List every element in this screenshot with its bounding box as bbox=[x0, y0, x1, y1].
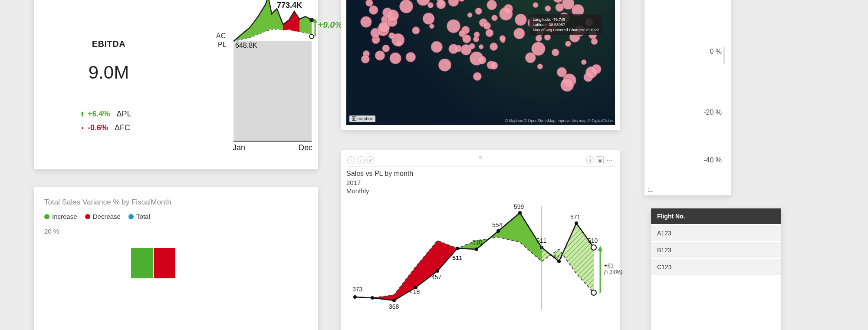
flight-cell: A123 bbox=[651, 225, 781, 242]
svg-point-78 bbox=[490, 62, 498, 69]
legend-increase[interactable]: Increase bbox=[44, 213, 77, 220]
svg-point-33 bbox=[438, 59, 451, 71]
sales-annotation: +61 (+14%) bbox=[604, 262, 622, 275]
svg-point-129 bbox=[387, 10, 398, 21]
mapbox-logo[interactable]: 🄼 mapbox bbox=[349, 116, 375, 122]
y-tick: 0 % bbox=[710, 48, 722, 56]
svg-point-3 bbox=[309, 34, 314, 39]
svg-point-106 bbox=[490, 43, 498, 50]
ebitda-delta-pl: ⬆ +6.4% ΔPL bbox=[79, 107, 184, 121]
svg-point-122 bbox=[449, 44, 458, 53]
tooltip-lon-value: -76.745 bbox=[552, 17, 566, 22]
table-row[interactable]: A123 bbox=[651, 225, 781, 242]
export-icon[interactable]: ⤓ bbox=[586, 156, 594, 164]
sales-annotation-delta: +61 bbox=[604, 262, 622, 269]
drill-up-icon[interactable]: ↑ bbox=[347, 156, 355, 164]
table-row[interactable]: C123 bbox=[651, 259, 781, 275]
table-row[interactable]: B123 bbox=[651, 242, 781, 259]
tooltip-lat-label: Latitude: bbox=[533, 23, 548, 27]
legend-total-label: Total bbox=[136, 213, 150, 220]
dot-icon bbox=[44, 214, 49, 219]
map-canvas[interactable]: Longitude: -76.745 Latitude: 38.53957 Ma… bbox=[346, 0, 615, 125]
pt-label: 554 bbox=[492, 221, 502, 228]
svg-point-17 bbox=[552, 0, 563, 3]
svg-point-15 bbox=[467, 13, 472, 17]
ebitda-title: EBITDA bbox=[34, 39, 184, 49]
legend-decrease-label: Decrease bbox=[93, 213, 121, 220]
sales-title: Sales vs PL by month bbox=[346, 169, 615, 178]
pt-label: 510 bbox=[472, 239, 482, 246]
dot-icon bbox=[85, 214, 90, 219]
expand-all-icon[interactable]: ⤢ bbox=[366, 156, 374, 164]
svg-point-71 bbox=[427, 3, 433, 8]
flight-table-header[interactable]: Flight No. bbox=[651, 208, 781, 225]
svg-point-64 bbox=[585, 66, 597, 78]
sales-year: 2017 bbox=[346, 178, 615, 187]
svg-point-6 bbox=[492, 15, 498, 21]
grip-icon[interactable]: ≡ bbox=[475, 157, 487, 159]
variance-bars bbox=[44, 239, 308, 278]
svg-point-76 bbox=[447, 20, 460, 33]
svg-point-139 bbox=[436, 269, 439, 273]
dot-icon: • bbox=[79, 123, 85, 134]
svg-point-54 bbox=[479, 44, 483, 49]
legend-increase-label: Increase bbox=[52, 213, 77, 220]
variance-y-tick: 20 % bbox=[44, 228, 308, 235]
ebitda-delta-pl-value: +6.4% bbox=[88, 109, 110, 118]
svg-point-147 bbox=[591, 245, 596, 250]
svg-point-9 bbox=[400, 0, 413, 13]
legend-total[interactable]: Total bbox=[128, 213, 150, 220]
ebitda-value: 9.0M bbox=[34, 62, 184, 83]
svg-point-123 bbox=[361, 16, 372, 28]
svg-point-130 bbox=[483, 22, 491, 30]
svg-point-141 bbox=[475, 248, 478, 251]
pt-label: 418 bbox=[410, 288, 420, 295]
map-attribution[interactable]: © Mapbox © OpenStreetMap Improve this ma… bbox=[505, 119, 613, 123]
ebitda-delta-pl-label: ΔPL bbox=[117, 109, 132, 118]
svg-point-48 bbox=[366, 0, 373, 7]
svg-point-91 bbox=[406, 52, 415, 62]
svg-point-47 bbox=[412, 27, 420, 34]
flight-cell: C123 bbox=[651, 259, 781, 275]
waterfall-bar-decrease[interactable] bbox=[154, 248, 175, 278]
y-tick: -40 % bbox=[704, 156, 722, 164]
svg-point-59 bbox=[429, 24, 434, 29]
svg-point-79 bbox=[591, 38, 598, 45]
pt-label: 373 bbox=[352, 286, 362, 293]
svg-point-142 bbox=[496, 229, 500, 233]
flight-table-card: Flight No. A123 B123 C123 bbox=[651, 208, 781, 330]
svg-point-97 bbox=[469, 43, 475, 50]
up-icon: ⬆ bbox=[79, 109, 85, 120]
more-options-icon[interactable]: ⋯ bbox=[605, 156, 613, 164]
svg-point-66 bbox=[448, 0, 459, 7]
tick-mark bbox=[723, 47, 725, 64]
svg-point-137 bbox=[392, 299, 396, 302]
right-axis-card: 20 % 0 % -20 % -40 % bbox=[644, 0, 731, 195]
drill-down-icon[interactable]: ↓ bbox=[357, 156, 365, 164]
variance-legend: Increase Decrease Total bbox=[44, 213, 308, 221]
svg-point-92 bbox=[463, 35, 471, 43]
ebitda-delta-fc-label: ΔFC bbox=[115, 123, 130, 132]
svg-point-37 bbox=[533, 3, 538, 8]
svg-point-21 bbox=[552, 49, 559, 56]
legend-decrease[interactable]: Decrease bbox=[85, 213, 121, 220]
dot-icon bbox=[128, 214, 134, 219]
svg-point-140 bbox=[456, 247, 459, 250]
focus-mode-icon[interactable]: ▣ bbox=[596, 156, 604, 164]
svg-point-98 bbox=[525, 53, 536, 63]
ebitda-pct-change: +9.0% bbox=[318, 20, 342, 30]
svg-point-36 bbox=[499, 7, 513, 20]
svg-point-109 bbox=[390, 53, 401, 64]
svg-point-74 bbox=[545, 6, 551, 12]
svg-point-32 bbox=[458, 0, 465, 1]
waterfall-bar-increase[interactable] bbox=[131, 248, 153, 278]
ebitda-start-value: 648.8K bbox=[235, 42, 257, 50]
svg-rect-0 bbox=[233, 41, 312, 141]
svg-point-73 bbox=[382, 45, 390, 52]
corner-icon bbox=[648, 185, 655, 192]
svg-point-94 bbox=[561, 78, 574, 91]
ebitda-sparkline: 773.4K +9.0% AC PL 648.8K Jan Dec bbox=[225, 0, 318, 169]
svg-point-148 bbox=[591, 290, 596, 295]
svg-point-119 bbox=[478, 56, 486, 64]
pt-label: 510 bbox=[588, 237, 598, 244]
